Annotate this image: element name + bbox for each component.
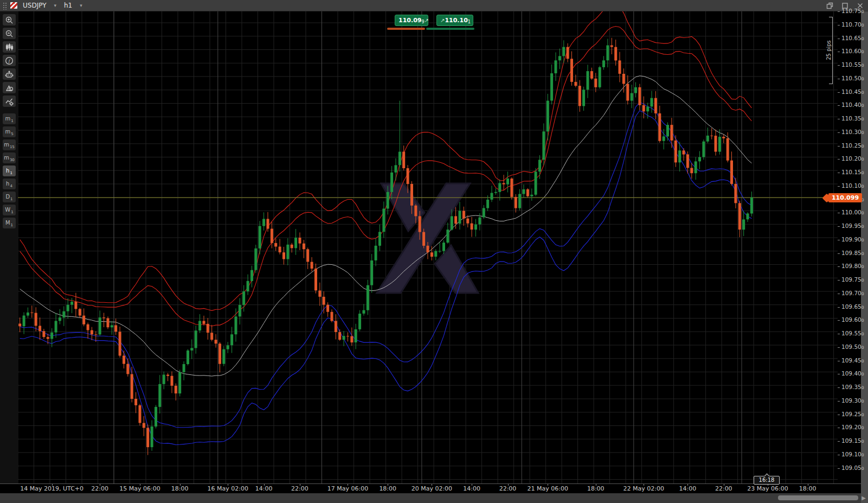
tf-m15-button[interactable]: m15 <box>3 139 16 150</box>
price-axis-label: 109.550 <box>841 330 864 336</box>
price-axis-label: 110.100 <box>841 182 864 189</box>
price-axis-label: 110.300 <box>841 129 864 135</box>
price-axis-label: 109.400 <box>841 370 864 377</box>
chart-settings-button[interactable] <box>3 95 16 107</box>
price-axis-label: 109.700 <box>841 290 864 296</box>
timeframe-group: m1 m5 m15 m30 h1 h4 D1 W1 M1 <box>3 113 16 228</box>
trading-chart-window: USDJPY ▾ h1 ▾ f m1 m5 m15 m30 h1 h4 D1 W… <box>0 0 868 503</box>
price-axis-label: 109.650 <box>841 303 864 310</box>
zoom-out-button[interactable] <box>3 28 16 39</box>
price-axis[interactable]: 110.750110.700110.650110.600110.550110.5… <box>838 11 861 483</box>
price-tick <box>838 374 840 374</box>
sell-button[interactable]: 110.099 ↗ <box>395 15 428 26</box>
price-tick <box>838 213 840 213</box>
current-price-tag: 110.099 <box>828 193 862 202</box>
price-axis-label: 110.750 <box>841 8 864 14</box>
pip-scale-bracket-cap-bottom <box>829 84 833 84</box>
price-axis-label: 109.200 <box>841 424 864 430</box>
price-axis-label: 110.700 <box>841 21 864 28</box>
price-tick <box>838 240 840 240</box>
symbol-selector[interactable]: USDJPY ▾ <box>21 0 59 11</box>
tf-h1-button[interactable]: h1 <box>3 165 16 176</box>
price-tick <box>838 387 840 388</box>
price-tick <box>838 11 840 12</box>
price-axis-label: 110.200 <box>841 155 864 162</box>
tf-w1-button[interactable]: W1 <box>3 205 16 215</box>
price-tick <box>838 65 840 66</box>
trading-robot-button[interactable] <box>3 68 16 80</box>
price-axis-label: 110.250 <box>841 142 864 149</box>
price-axis-label: 110.450 <box>841 88 864 95</box>
timeframe-label: h1 <box>64 2 72 9</box>
popout-icon <box>826 2 833 9</box>
price-tick <box>838 361 840 361</box>
indicator-function-icon: f <box>5 56 14 65</box>
price-tick <box>838 25 840 26</box>
price-axis-label: 110.550 <box>841 61 864 68</box>
buy-button[interactable]: ↗ 110.101 <box>436 15 473 26</box>
tf-m5-button[interactable]: m5 <box>3 126 16 137</box>
pip-scale-bracket <box>832 17 833 84</box>
price-axis-label: 110.000 <box>841 209 864 215</box>
zoom-out-icon <box>5 29 14 38</box>
price-tick <box>838 173 840 173</box>
price-axis-label: 110.350 <box>841 115 864 122</box>
price-axis-label: 110.600 <box>841 48 864 54</box>
price-tick <box>838 79 840 79</box>
price-tick <box>838 401 840 402</box>
popout-button[interactable] <box>824 0 835 11</box>
price-tick <box>838 334 840 334</box>
tf-m30-button[interactable]: m30 <box>3 152 16 163</box>
instrument-icon <box>10 2 17 9</box>
zoom-in-icon <box>5 16 14 24</box>
price-tick <box>838 347 840 348</box>
price-axis-label: 109.250 <box>841 411 864 417</box>
tf-mn1-button[interactable]: M1 <box>3 218 16 228</box>
chevron-down-icon: ▾ <box>80 3 82 8</box>
tf-h4-button[interactable]: h4 <box>3 179 16 189</box>
price-axis-label: 109.450 <box>841 357 864 364</box>
price-tick <box>838 39 840 39</box>
price-axis-label: 110.500 <box>841 75 864 81</box>
price-tick <box>838 226 840 227</box>
pip-scale-bracket-cap-top <box>829 17 833 17</box>
price-axis-label: 109.500 <box>841 343 864 350</box>
price-tick <box>838 132 840 133</box>
indicators-button[interactable]: f <box>3 55 16 66</box>
sell-arrow-icon: ↗ <box>425 17 429 23</box>
price-axis-label: 109.600 <box>841 316 864 323</box>
chevron-down-icon: ▾ <box>54 3 56 8</box>
candlestick-style-icon <box>5 43 14 52</box>
price-tick <box>838 320 840 321</box>
price-tick <box>838 280 840 281</box>
drawing-tools-button[interactable] <box>3 82 16 93</box>
price-tick <box>838 455 840 455</box>
buy-price: 110.101 <box>445 17 471 24</box>
horizontal-scrollbar[interactable] <box>0 493 861 503</box>
tf-m1-button[interactable]: m1 <box>3 113 16 124</box>
candlestick-chart-canvas[interactable] <box>18 11 838 483</box>
price-axis-label: 109.900 <box>841 236 864 243</box>
price-axis-label: 110.650 <box>841 35 864 41</box>
price-axis-label: 109.150 <box>841 437 864 444</box>
buy-sentiment-bar <box>426 28 474 30</box>
price-axis-label: 109.350 <box>841 384 864 390</box>
price-tick <box>838 119 840 119</box>
time-axis[interactable]: 14 May 2019, UTC+022:0015 May 06:0018:00… <box>0 483 861 493</box>
tf-d1-button[interactable]: D1 <box>3 192 16 202</box>
robot-icon <box>5 70 14 79</box>
horizontal-scrollbar-thumb[interactable] <box>778 495 858 500</box>
scroll-right-arrow-icon[interactable]: ▶ <box>860 493 867 502</box>
chart-type-button[interactable] <box>3 41 16 53</box>
drawing-tools-icon <box>5 84 14 92</box>
price-axis-label: 109.950 <box>841 222 864 229</box>
price-axis-label: 110.150 <box>841 169 864 175</box>
chart-settings-icon <box>5 97 14 106</box>
timeframe-selector[interactable]: h1 ▾ <box>62 0 85 11</box>
time-axis-label: 18:00 <box>770 485 846 492</box>
zoom-in-button[interactable] <box>3 14 16 26</box>
drag-handle[interactable] <box>2 2 7 10</box>
price-axis-label: 110.400 <box>841 101 864 108</box>
price-tick <box>838 92 840 93</box>
price-axis-label: 109.750 <box>841 276 864 283</box>
